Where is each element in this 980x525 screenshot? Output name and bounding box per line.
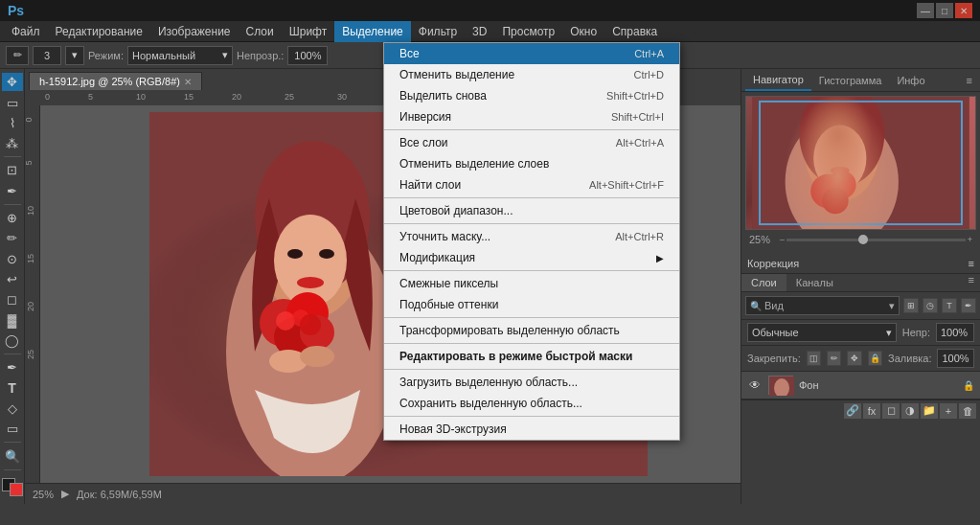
zoom-in-icon[interactable]: + [968,235,972,244]
opacity-value[interactable]: 100% [287,46,328,65]
menu-item-quick-mask[interactable]: Редактировать в режиме быстрой маски [384,346,679,367]
lock-label: Закрепить: [747,353,801,364]
marquee-tool[interactable]: ▭ [2,93,23,111]
fill-input[interactable]: 100% [937,349,974,368]
menu-item-refine-mask[interactable]: Уточнить маску... Alt+Ctrl+R [384,226,679,247]
add-mask-btn[interactable]: ◻ [882,403,900,419]
opacity-input[interactable]: 100% [936,323,974,342]
new-adjustment-btn[interactable]: ◑ [901,403,919,419]
menu-item-color-range[interactable]: Цветовой диапазон... [384,200,679,221]
eraser-tool[interactable]: ◻ [2,290,23,308]
correction-menu-icon[interactable]: ≡ [969,258,974,269]
lock-pixels-btn[interactable]: ✏ [827,351,841,366]
zoom-tool[interactable]: 🔍 [2,446,23,465]
layers-menu-icon[interactable]: ≡ [963,274,980,291]
history-tool[interactable]: ↩ [2,270,23,288]
zoom-out-icon[interactable]: – [780,235,785,244]
tab-channels[interactable]: Каналы [786,274,843,291]
menu-item-similar-tones[interactable]: Подобные оттенки [384,294,679,315]
panel-menu-icon[interactable]: ≡ [963,75,976,86]
navigator-preview[interactable] [745,96,976,230]
layer-item-background[interactable]: 👁 Фон 🔒 [741,372,980,399]
shape-tool[interactable]: ▭ [2,420,23,438]
layer-visibility-icon[interactable]: 👁 [747,377,763,393]
gradient-tool[interactable]: ▓ [2,311,23,330]
canvas-tab-main[interactable]: h-15912.jpg @ 25% (RGB/8#) ✕ [29,72,202,90]
right-panel: Навигатор Гистограмма Инфо ≡ [741,69,980,504]
tab-layers[interactable]: Слои [741,274,786,291]
brush-size[interactable]: 3 [33,46,61,65]
menu-image[interactable]: Изображение [150,21,239,42]
blend-mode-select[interactable]: Обычные ▾ [747,323,897,342]
menu-item-load-selection[interactable]: Загрузить выделенную область... [384,372,679,393]
delete-layer-btn[interactable]: 🗑 [959,403,976,419]
navigator-zoom-bar: 25% – + [745,230,976,249]
menu-filter[interactable]: Фильтр [411,21,465,42]
menu-view[interactable]: Просмотр [494,21,562,42]
move-tool[interactable]: ✥ [2,73,23,91]
zoom-slider-thumb[interactable] [858,235,868,244]
menu-item-modify[interactable]: Модификация ▶ [384,247,679,268]
tool-preset-picker[interactable]: ✏ [6,46,29,65]
color-swatches[interactable] [2,478,23,496]
eyedropper-tool[interactable]: ✒ [2,182,23,200]
menu-item-new-3d-extrusion[interactable]: Новая 3D-экструзия [384,419,679,440]
menu-edit[interactable]: Редактирование [48,21,150,42]
layer-filter-btn-1[interactable]: ⊞ [903,298,919,313]
window-controls[interactable]: — □ ✕ [917,3,972,18]
menu-item-select-all[interactable]: Все Ctrl+A [384,43,679,64]
menu-item-save-selection[interactable]: Сохранить выделенную область... [384,393,679,414]
new-layer-btn[interactable]: + [940,403,957,419]
layer-search-bar[interactable]: 🔍 Вид ▾ [745,296,900,315]
zoom-slider[interactable] [786,239,966,241]
pen-tool[interactable]: ✒ [2,358,23,377]
path-tool[interactable]: ◇ [2,399,23,418]
menu-item-inverse[interactable]: Инверсия Shift+Ctrl+I [384,106,679,127]
tab-close-icon[interactable]: ✕ [184,77,192,87]
menu-layer[interactable]: Слои [239,21,282,42]
layer-filter-btn-4[interactable]: ✒ [961,298,976,313]
menu-item-deselect[interactable]: Отменить выделение Ctrl+D [384,64,679,85]
brush-tool[interactable]: ✏ [2,229,23,247]
menu-type[interactable]: Шрифт [282,21,334,42]
magic-wand-tool[interactable]: ⁂ [2,134,23,152]
lock-all-btn[interactable]: 🔒 [868,351,882,366]
tab-histogram[interactable]: Гистограмма [811,70,890,91]
layer-filter-btn-3[interactable]: T [942,298,957,313]
menu-help[interactable]: Справка [604,21,665,42]
dodge-tool[interactable]: ◯ [2,331,23,350]
new-group-btn[interactable]: 📁 [921,403,938,419]
background-color[interactable] [10,483,23,496]
menu-3d[interactable]: 3D [465,21,494,42]
link-layers-btn[interactable]: 🔗 [844,403,861,419]
menu-item-deselect-layers[interactable]: Отменить выделение слоев [384,153,679,174]
crop-tool[interactable]: ⊡ [2,161,23,179]
blend-opacity-row: Обычные ▾ Непр: 100% [741,320,980,346]
maximize-button[interactable]: □ [936,3,953,18]
layer-fx-btn[interactable]: fx [863,403,880,419]
svg-point-26 [822,188,849,215]
menu-select[interactable]: Выделение [334,21,411,42]
lock-transparent-btn[interactable]: ◫ [807,351,821,366]
menu-item-find-layers[interactable]: Найти слои Alt+Shift+Ctrl+F [384,174,679,195]
tab-info[interactable]: Инфо [889,70,932,91]
menu-file[interactable]: Файл [4,21,48,42]
layer-filter-btn-2[interactable]: ◷ [923,298,938,313]
brush-picker[interactable]: ▾ [65,46,84,65]
close-button[interactable]: ✕ [955,3,972,18]
find-layers-label: Найти слои [399,178,461,192]
heal-tool[interactable]: ⊕ [2,209,23,227]
clone-tool[interactable]: ⊙ [2,250,23,268]
menu-item-similar-pixels[interactable]: Смежные пикселы [384,273,679,294]
menu-item-all-layers[interactable]: Все слои Alt+Ctrl+A [384,132,679,153]
menu-item-reselect[interactable]: Выделить снова Shift+Ctrl+D [384,85,679,106]
tab-navigator[interactable]: Навигатор [745,70,811,91]
menu-window[interactable]: Окно [562,21,604,42]
select-menu-dropdown[interactable]: Все Ctrl+A Отменить выделение Ctrl+D Выд… [383,42,680,441]
minimize-button[interactable]: — [917,3,934,18]
text-tool[interactable]: T [2,378,23,397]
menu-item-transform-selection[interactable]: Трансформировать выделенную область [384,320,679,341]
lock-position-btn[interactable]: ✥ [847,351,861,366]
mode-select[interactable]: Нормальный ▾ [127,46,233,65]
lasso-tool[interactable]: ⌇ [2,114,23,132]
